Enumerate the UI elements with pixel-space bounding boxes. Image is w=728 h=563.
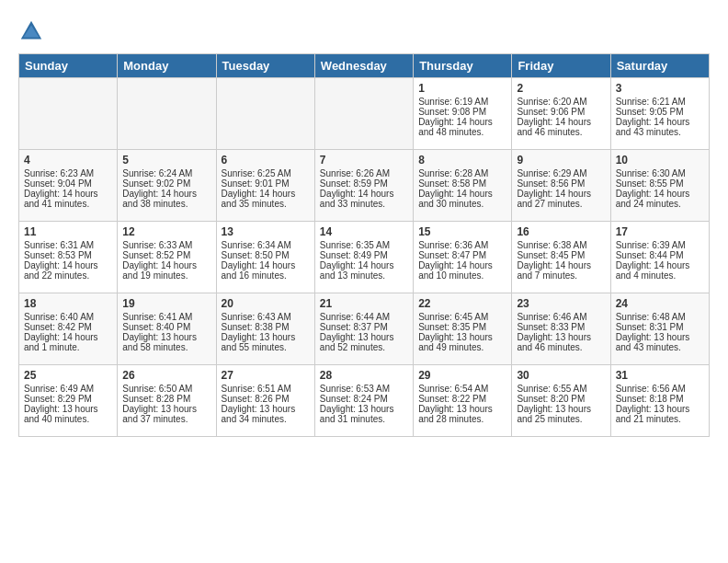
day-text: Sunrise: 6:54 AM [418,384,506,394]
calendar-cell: 23Sunrise: 6:46 AMSunset: 8:33 PMDayligh… [512,293,610,365]
day-text: Sunset: 9:06 PM [517,107,605,117]
day-text: Sunset: 8:58 PM [418,178,506,189]
day-text: Sunset: 9:01 PM [222,178,310,189]
col-header-sunday: Sunday [19,54,118,78]
day-text: Sunrise: 6:53 AM [320,384,408,394]
day-text: Sunset: 9:04 PM [24,178,112,189]
day-text: Sunset: 8:45 PM [517,250,605,260]
day-text: Sunrise: 6:23 AM [24,168,112,178]
day-text: Sunrise: 6:38 AM [517,240,605,250]
calendar-cell [216,78,314,150]
page-header [18,18,710,44]
day-text: Sunrise: 6:26 AM [320,168,408,178]
day-text: Sunrise: 6:48 AM [616,312,704,322]
header-row: SundayMondayTuesdayWednesdayThursdayFrid… [19,54,710,78]
week-row-2: 4Sunrise: 6:23 AMSunset: 9:04 PMDaylight… [19,150,710,222]
day-text: Sunset: 8:52 PM [122,250,210,260]
calendar-cell [118,78,216,150]
day-text: Daylight: 14 hours and 33 minutes. [320,189,408,209]
week-row-1: 1Sunrise: 6:19 AMSunset: 9:08 PMDaylight… [19,78,710,150]
calendar-cell: 22Sunrise: 6:45 AMSunset: 8:35 PMDayligh… [414,293,512,365]
day-number: 19 [122,297,210,310]
calendar-cell: 10Sunrise: 6:30 AMSunset: 8:55 PMDayligh… [610,150,709,222]
day-number: 5 [122,154,210,167]
calendar-cell [314,78,413,150]
day-text: Daylight: 14 hours and 43 minutes. [616,117,704,137]
calendar-cell: 8Sunrise: 6:28 AMSunset: 8:58 PMDaylight… [414,150,512,222]
day-number: 7 [320,154,408,167]
day-text: Sunrise: 6:28 AM [418,168,506,178]
week-row-3: 11Sunrise: 6:31 AMSunset: 8:53 PMDayligh… [19,222,710,293]
day-number: 9 [517,154,605,167]
day-text: Daylight: 14 hours and 27 minutes. [517,189,605,209]
day-text: Sunset: 8:31 PM [616,322,704,332]
logo-icon [18,18,44,44]
calendar-cell: 25Sunrise: 6:49 AMSunset: 8:29 PMDayligh… [19,365,118,437]
day-text: Sunset: 8:38 PM [222,322,310,332]
day-number: 11 [24,225,112,238]
day-text: Sunset: 8:33 PM [517,322,605,332]
day-number: 20 [222,297,310,310]
day-number: 17 [616,225,704,238]
day-text: Sunrise: 6:21 AM [616,97,704,107]
day-text: Sunrise: 6:56 AM [616,384,704,394]
day-text: Sunset: 9:05 PM [616,107,704,117]
day-text: Sunrise: 6:31 AM [24,240,112,250]
day-text: Sunrise: 6:24 AM [122,168,210,178]
day-text: Sunrise: 6:51 AM [222,384,310,394]
calendar-cell: 5Sunrise: 6:24 AMSunset: 9:02 PMDaylight… [118,150,216,222]
day-text: Sunrise: 6:36 AM [418,240,506,250]
calendar-cell: 16Sunrise: 6:38 AMSunset: 8:45 PMDayligh… [512,222,610,293]
day-number: 3 [616,82,704,95]
day-text: Daylight: 13 hours and 43 minutes. [616,332,704,352]
day-text: Daylight: 14 hours and 24 minutes. [616,189,704,209]
day-number: 14 [320,225,408,238]
day-text: Sunset: 8:50 PM [222,250,310,260]
calendar-cell: 14Sunrise: 6:35 AMSunset: 8:49 PMDayligh… [314,222,413,293]
day-text: Daylight: 14 hours and 4 minutes. [616,260,704,281]
day-number: 27 [222,369,310,382]
day-text: Daylight: 13 hours and 21 minutes. [616,404,704,424]
day-number: 29 [418,369,506,382]
calendar-cell: 18Sunrise: 6:40 AMSunset: 8:42 PMDayligh… [19,293,118,365]
calendar-cell: 26Sunrise: 6:50 AMSunset: 8:28 PMDayligh… [118,365,216,437]
day-text: Daylight: 13 hours and 46 minutes. [517,332,605,352]
calendar-cell: 7Sunrise: 6:26 AMSunset: 8:59 PMDaylight… [314,150,413,222]
col-header-thursday: Thursday [414,54,512,78]
day-text: Daylight: 14 hours and 16 minutes. [222,260,310,281]
calendar-cell: 1Sunrise: 6:19 AMSunset: 9:08 PMDaylight… [414,78,512,150]
week-row-4: 18Sunrise: 6:40 AMSunset: 8:42 PMDayligh… [19,293,710,365]
day-text: Daylight: 14 hours and 10 minutes. [418,260,506,281]
day-text: Sunset: 8:59 PM [320,178,408,189]
calendar-cell: 11Sunrise: 6:31 AMSunset: 8:53 PMDayligh… [19,222,118,293]
day-text: Sunrise: 6:33 AM [122,240,210,250]
calendar-cell: 6Sunrise: 6:25 AMSunset: 9:01 PMDaylight… [216,150,314,222]
day-number: 13 [222,225,310,238]
day-number: 15 [418,225,506,238]
day-text: Daylight: 14 hours and 38 minutes. [122,189,210,209]
day-text: Sunset: 8:44 PM [616,250,704,260]
col-header-tuesday: Tuesday [216,54,314,78]
day-text: Sunset: 8:47 PM [418,250,506,260]
day-number: 12 [122,225,210,238]
day-text: Sunset: 8:49 PM [320,250,408,260]
day-text: Sunset: 8:37 PM [320,322,408,332]
calendar-cell [19,78,118,150]
day-text: Daylight: 14 hours and 30 minutes. [418,189,506,209]
day-text: Sunrise: 6:25 AM [222,168,310,178]
col-header-friday: Friday [512,54,610,78]
day-text: Daylight: 14 hours and 19 minutes. [122,260,210,281]
day-text: Daylight: 13 hours and 55 minutes. [222,332,310,352]
calendar-cell: 15Sunrise: 6:36 AMSunset: 8:47 PMDayligh… [414,222,512,293]
day-text: Sunrise: 6:50 AM [122,384,210,394]
day-number: 23 [517,297,605,310]
calendar-cell: 21Sunrise: 6:44 AMSunset: 8:37 PMDayligh… [314,293,413,365]
day-text: Daylight: 14 hours and 48 minutes. [418,117,506,137]
day-text: Sunrise: 6:46 AM [517,312,605,322]
day-text: Sunrise: 6:30 AM [616,168,704,178]
calendar-cell: 29Sunrise: 6:54 AMSunset: 8:22 PMDayligh… [414,365,512,437]
day-number: 30 [517,369,605,382]
day-number: 26 [122,369,210,382]
day-text: Daylight: 13 hours and 49 minutes. [418,332,506,352]
day-text: Daylight: 13 hours and 40 minutes. [24,404,112,424]
